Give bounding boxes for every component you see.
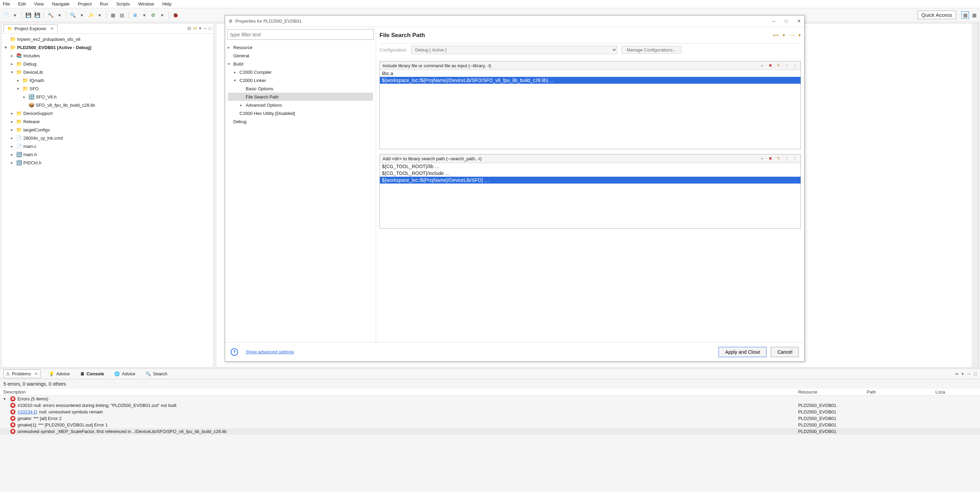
search-icon[interactable]: 🔍: [69, 11, 76, 19]
delete-icon[interactable]: ✖: [768, 156, 773, 161]
problem-row[interactable]: ▾✖Errors (5 items): [0, 396, 980, 402]
category-item[interactable]: ▾ Build: [228, 60, 373, 68]
twisty-icon[interactable]: ▸: [16, 78, 21, 83]
tab-advice[interactable]: 💡Advice: [47, 370, 72, 378]
problem-row[interactable]: ✖gmake[1]: *** [PLD2500_EVDB01.out] Erro…: [0, 422, 980, 428]
add-icon[interactable]: ＋: [759, 63, 765, 68]
tree-node[interactable]: ▸ 🔣 PIDCtrl.h: [3, 159, 212, 167]
twisty-icon[interactable]: ▸: [10, 119, 14, 124]
problem-row[interactable]: ✖#10010 null: errors encountered during …: [0, 402, 980, 409]
save-icon[interactable]: 💾: [24, 11, 32, 19]
tree-node[interactable]: ▸ 📁 Release: [3, 117, 212, 126]
apply-close-button[interactable]: Apply and Close: [719, 347, 767, 357]
search-path-list[interactable]: ${CG_TOOL_ROOT}/lib …${CG_TOOL_ROOT}/inc…: [380, 163, 800, 228]
tree-node[interactable]: ▸ 📄 main.c: [3, 142, 212, 150]
twisty-icon[interactable]: ▸: [10, 62, 14, 66]
add-icon[interactable]: ＋: [759, 156, 765, 161]
close-icon[interactable]: ✕: [797, 19, 801, 24]
category-item[interactable]: Debug: [228, 117, 373, 126]
tab-advice[interactable]: 🌐Advice: [112, 370, 137, 378]
maximize-icon[interactable]: □: [785, 19, 788, 24]
dropdown-icon[interactable]: ▾: [56, 11, 63, 19]
list-item[interactable]: libc.a: [380, 70, 800, 77]
category-item[interactable]: General: [228, 51, 373, 60]
dropdown-icon[interactable]: ▾: [11, 11, 19, 19]
collapse-all-icon[interactable]: ⊟: [187, 26, 191, 31]
save-all-icon[interactable]: 💾: [33, 11, 41, 19]
move-down-icon[interactable]: ↓: [792, 63, 798, 68]
category-item[interactable]: File Search Path: [228, 92, 373, 101]
twisty-icon[interactable]: ▾: [16, 86, 21, 91]
tree-node[interactable]: ▾ 📁 SFO: [3, 84, 212, 92]
monitor-icon[interactable]: 🖥: [131, 11, 139, 19]
tree-node[interactable]: ▾ 📁 DeviceLib: [3, 68, 212, 76]
tree-node[interactable]: ▸ 🔣 SFO_V8.h: [3, 92, 212, 101]
dropdown-icon[interactable]: ▾: [78, 11, 86, 19]
tree-node[interactable]: ▸ 📚 Includes: [3, 51, 212, 60]
tree-node[interactable]: ▸ 🔣 main.h: [3, 150, 212, 159]
menu-file[interactable]: File: [2, 1, 11, 7]
twisty-icon[interactable]: ▾: [228, 62, 232, 66]
filter-icon[interactable]: ⇥: [954, 371, 958, 376]
menu-navigate[interactable]: Navigate: [51, 1, 71, 7]
twisty-icon[interactable]: ▾: [234, 78, 238, 83]
tab-console[interactable]: 🖥Console: [78, 370, 106, 378]
twisty-icon[interactable]: ▸: [10, 152, 14, 157]
twisty-icon[interactable]: ▸: [10, 127, 14, 132]
problem-row[interactable]: ✖gmake: *** [all] Error 2PLD2500_EVDB01: [0, 415, 980, 422]
twisty-icon[interactable]: ▸: [22, 95, 27, 99]
quick-access-button[interactable]: Quick Access: [918, 11, 956, 19]
problem-row[interactable]: ✖#10234-D null: unresolved symbols remai…: [0, 409, 980, 415]
menu-edit[interactable]: Edit: [17, 1, 27, 7]
tree-node[interactable]: ▸ 📁 Debug: [3, 60, 212, 68]
view-menu-icon[interactable]: ▾: [199, 26, 201, 31]
filter-input[interactable]: [227, 29, 374, 40]
list-item[interactable]: ${CG_TOOL_ROOT}/include …: [380, 170, 800, 177]
col-path[interactable]: Path: [867, 389, 935, 395]
twisty-icon[interactable]: ▾: [10, 70, 14, 75]
minimize-icon[interactable]: ─: [967, 371, 970, 376]
minimize-icon[interactable]: ─: [204, 26, 207, 31]
menu-run[interactable]: Run: [99, 1, 110, 7]
tree-node[interactable]: 📁 hrpwm_ex2_prdupdown_sfo_v8: [3, 35, 212, 43]
twisty-icon[interactable]: ▾: [3, 396, 8, 401]
twisty-icon[interactable]: ▸: [10, 136, 14, 140]
list-item[interactable]: ${workspace_loc:/${ProjName}/DeviceLib/S…: [380, 77, 800, 84]
tree-node[interactable]: ▸ 📁 targetConfigs: [3, 126, 212, 134]
menu-window[interactable]: Window: [137, 1, 156, 7]
toggle-icon[interactable]: ▦: [109, 11, 117, 19]
maximize-icon[interactable]: □: [208, 26, 212, 31]
move-down-icon[interactable]: ↓: [792, 156, 798, 161]
move-up-icon[interactable]: ↑: [784, 156, 789, 161]
cancel-button[interactable]: Cancel: [771, 347, 799, 357]
project-explorer-tab[interactable]: 📁 Project Explorer ✕ ⊟ ⇄ ▾ ─ □: [2, 23, 213, 33]
menu-project[interactable]: Project: [76, 1, 93, 7]
configuration-select[interactable]: Debug [ Active ]: [411, 46, 617, 54]
twisty-icon[interactable]: ▸: [228, 45, 232, 50]
debug-icon[interactable]: 🐞: [172, 11, 179, 19]
build-icon[interactable]: 🔨: [47, 11, 54, 19]
help-icon[interactable]: ?: [231, 348, 238, 356]
category-tree[interactable]: ▸ Resource General▾ Build▸ C2000 Compile…: [225, 42, 376, 342]
tab-search[interactable]: 🔍Search: [143, 370, 169, 378]
close-icon[interactable]: ✕: [50, 26, 54, 31]
menu-help[interactable]: Help: [161, 1, 173, 7]
dropdown-icon[interactable]: ▾: [158, 11, 166, 19]
back-icon[interactable]: ⟸: [773, 33, 779, 38]
tree-node[interactable]: 📦 SFO_v8_fpu_lib_build_c28.lib: [3, 101, 212, 109]
minimize-icon[interactable]: ─: [772, 19, 775, 24]
problem-row[interactable]: ✖unresolved symbol _MEP_ScaleFactor, fir…: [0, 428, 980, 435]
menu-scripts[interactable]: Scripts: [115, 1, 131, 7]
toggle-icon[interactable]: ▤: [118, 11, 126, 19]
error-code-link[interactable]: #10234-D: [18, 409, 37, 414]
edit-icon[interactable]: ✎: [776, 156, 781, 161]
category-item[interactable]: ▸ Advanced Options: [228, 101, 373, 109]
close-icon[interactable]: ✕: [34, 371, 38, 376]
tree-node[interactable]: ▾ 📁 PLD2500_EVDB01 [Active - Debug]: [3, 43, 212, 51]
gear-icon[interactable]: ⚙: [149, 11, 157, 19]
tree-node[interactable]: ▸ 📁 DeviceSupport: [3, 109, 212, 117]
dropdown-icon[interactable]: ▾: [96, 11, 103, 19]
wand-icon[interactable]: ✨: [87, 11, 94, 19]
edit-icon[interactable]: ✎: [776, 63, 781, 68]
manage-configurations-button[interactable]: Manage Configurations...: [621, 46, 681, 54]
